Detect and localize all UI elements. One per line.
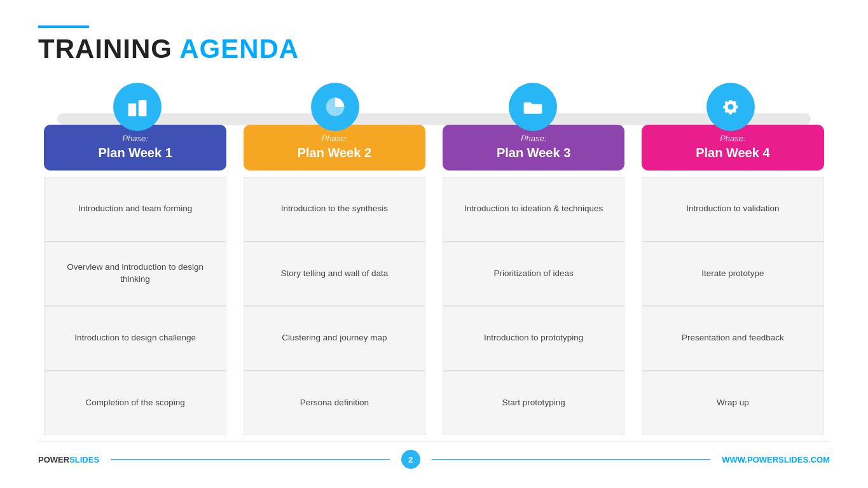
list-item: Prioritization of ideas xyxy=(443,242,624,306)
phase-title-week1: Plan Week 1 xyxy=(50,146,219,160)
gear-icon xyxy=(719,95,742,118)
list-item: Presentation and feedback xyxy=(642,306,823,370)
brand-logo: POWERSLIDES xyxy=(38,455,99,464)
list-item: Introduction to validation xyxy=(642,177,823,241)
phase-label-week3: Phase: xyxy=(449,134,618,143)
footer: POWERSLIDES 2 WWW.POWERSLIDES.COM xyxy=(38,442,830,469)
list-item: Introduction to design challenge xyxy=(44,306,226,370)
list-item: Iterate prototype xyxy=(642,242,823,306)
pie-chart-icon xyxy=(324,95,347,118)
svg-rect-2 xyxy=(130,106,132,108)
header-accent-line xyxy=(38,25,89,28)
list-item: Completion of the scoping xyxy=(44,371,226,435)
svg-rect-12 xyxy=(141,113,144,116)
icons-row xyxy=(38,83,830,131)
icon-circle-week3 xyxy=(509,83,557,131)
list-item: Introduction and team forming xyxy=(44,177,226,241)
list-item: Introduction to prototyping xyxy=(443,306,624,370)
phases-row: Phase: Plan Week 1 Phase: Plan Week 2 Ph… xyxy=(38,125,830,171)
list-item: Story telling and wall of data xyxy=(244,242,425,306)
svg-rect-0 xyxy=(128,104,136,116)
header: TRAINING AGENDA xyxy=(38,25,830,64)
icon-circle-week2 xyxy=(311,83,359,131)
list-item: Wrap up xyxy=(642,371,823,435)
page: TRAINING AGENDA xyxy=(0,0,868,488)
svg-rect-10 xyxy=(140,109,142,111)
timeline-section: Phase: Plan Week 1 Phase: Plan Week 2 Ph… xyxy=(38,83,830,435)
phase-title-week4: Plan Week 4 xyxy=(648,146,817,160)
phase-card-week1: Phase: Plan Week 1 xyxy=(44,125,226,171)
phase-card-week2: Phase: Plan Week 2 xyxy=(244,125,425,171)
phase-title-week2: Plan Week 2 xyxy=(250,146,419,160)
list-item: Clustering and journey map xyxy=(244,306,425,370)
brand-blue: SLIDES xyxy=(69,455,99,464)
phase-title-week3: Plan Week 3 xyxy=(449,146,618,160)
phase-card-week4: Phase: Plan Week 4 xyxy=(642,125,823,171)
svg-rect-8 xyxy=(140,106,142,108)
icon-col-week3 xyxy=(442,83,624,131)
items-col-week4: Introduction to validation Iterate proto… xyxy=(642,177,823,435)
page-title: TRAINING AGENDA xyxy=(38,34,830,64)
svg-rect-6 xyxy=(140,102,142,104)
folder-icon xyxy=(521,95,544,118)
svg-rect-4 xyxy=(130,109,132,111)
title-black: TRAINING xyxy=(38,34,172,64)
svg-rect-11 xyxy=(143,109,145,111)
footer-left-line xyxy=(111,459,390,460)
list-item: Overview and introduction to design thin… xyxy=(44,242,226,306)
list-item: Introduction to the synthesis xyxy=(244,177,425,241)
phase-label-week4: Phase: xyxy=(648,134,817,143)
phase-card-week3: Phase: Plan Week 3 xyxy=(443,125,624,171)
items-col-week1: Introduction and team forming Overview a… xyxy=(44,177,226,435)
svg-point-13 xyxy=(728,104,734,110)
page-number-badge: 2 xyxy=(401,450,420,469)
icon-col-week2 xyxy=(244,83,426,131)
brand-black: POWER xyxy=(38,455,69,464)
list-item: Introduction to ideation & techniques xyxy=(443,177,624,241)
items-col-week2: Introduction to the synthesis Story tell… xyxy=(244,177,425,435)
icon-col-week1 xyxy=(46,83,228,131)
svg-rect-5 xyxy=(132,109,134,111)
icon-circle-week1 xyxy=(113,83,162,131)
list-item: Persona definition xyxy=(244,371,425,435)
footer-website: WWW.POWERSLIDES.COM xyxy=(722,455,830,464)
footer-right-line xyxy=(432,459,711,460)
title-blue: AGENDA xyxy=(179,34,299,64)
phase-label-week1: Phase: xyxy=(50,134,219,143)
building-icon xyxy=(126,95,149,118)
items-col-week3: Introduction to ideation & techniques Pr… xyxy=(443,177,624,435)
phase-label-week2: Phase: xyxy=(250,134,419,143)
items-section: Introduction and team forming Overview a… xyxy=(38,177,830,435)
svg-rect-7 xyxy=(143,102,145,104)
list-item: Start prototyping xyxy=(443,371,624,435)
svg-rect-3 xyxy=(132,106,134,108)
icon-circle-week4 xyxy=(706,83,755,131)
icon-col-week4 xyxy=(640,83,822,131)
svg-rect-9 xyxy=(143,106,145,108)
